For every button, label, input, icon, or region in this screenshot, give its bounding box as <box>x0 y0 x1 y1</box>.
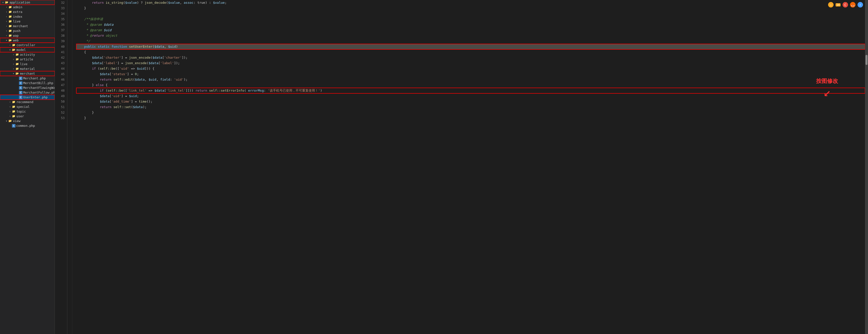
code-line-32: return is_string($value) ? json_decode($… <box>76 0 865 5</box>
arrow-user <box>8 115 12 117</box>
arrow-material <box>11 67 16 70</box>
sidebar-item-live[interactable]: 📁live <box>0 19 55 24</box>
arrow-model <box>8 49 12 51</box>
folder-icon-index: 📁 <box>8 15 12 18</box>
code-line-51: return self::set($data); <box>76 104 865 110</box>
code-line-36: * @param $data <box>76 22 865 27</box>
line-num-52: 52 <box>55 110 65 115</box>
sidebar-item-admin[interactable]: 📁admin <box>0 5 55 9</box>
warning-count: 14 <box>836 3 841 6</box>
sidebar-item-model[interactable]: 📂model <box>0 48 55 52</box>
label-common-php: common.php <box>16 124 35 128</box>
sidebar-item-push[interactable]: 📁push <box>0 28 55 33</box>
sidebar-item-controller[interactable]: 📁controller <box>0 43 55 48</box>
label-special: special <box>17 105 30 109</box>
sidebar-item-merchantfollow-php[interactable]: CMerchantFollow.php <box>0 90 55 95</box>
code-lines: return is_string($value) ? json_decode($… <box>72 0 865 334</box>
sidebar-item-activity[interactable]: 📁activity <box>0 52 55 57</box>
sidebar-item-application[interactable]: 📂application <box>0 0 55 5</box>
arrow-admin <box>4 6 8 8</box>
label-merchantflowing-php: MerchantFlowingWate <box>23 86 55 90</box>
sidebar-item-merchantbill-php[interactable]: CMerchantBill.php <box>0 81 55 85</box>
line-num-45: 45 <box>55 72 65 77</box>
line-num-49: 49 <box>55 93 65 99</box>
label-wap: wap <box>13 34 19 37</box>
arrow-application <box>1 1 5 4</box>
code-line-33: } <box>76 5 865 11</box>
sidebar-item-wap[interactable]: 📁wap <box>0 33 55 38</box>
sidebar-item-recommend[interactable]: 📁recommend <box>0 100 55 104</box>
code-line-47: } else { <box>76 82 865 88</box>
arrow-activity <box>11 53 16 56</box>
line-numbers: 3233343536373839404142434445464748495051… <box>55 0 67 334</box>
folder-icon-user: 📁 <box>12 115 16 118</box>
sidebar-item-index[interactable]: 📁index <box>0 14 55 19</box>
folder-icon-merchant-folder: 📂 <box>16 72 19 75</box>
folder-icon-push: 📁 <box>8 29 12 32</box>
label-recommend: recommend <box>17 100 33 104</box>
label-view: view <box>13 119 21 123</box>
line-num-51: 51 <box>55 104 65 110</box>
file-c-icon-merchantfollow-php: C <box>19 91 23 94</box>
code-line-46: return self::edit($data, $uid, field: 'u… <box>76 77 865 82</box>
arrow-merchant-folder <box>11 72 16 75</box>
code-line-41: { <box>76 50 865 55</box>
sidebar-item-common-php[interactable]: Ccommon.php <box>0 123 55 128</box>
sidebar-item-userenter-php[interactable]: CUserEnter.php <box>0 95 55 100</box>
line-num-43: 43 <box>55 60 65 66</box>
arrow-topic <box>8 110 12 113</box>
firefox-icon: 🦊 <box>850 2 856 7</box>
code-line-37: * @param $uid <box>76 27 865 33</box>
folder-icon-activity: 📁 <box>16 53 19 56</box>
gutter <box>67 0 72 334</box>
line-num-50: 50 <box>55 99 65 104</box>
folder-icon-live2: 📁 <box>16 62 19 66</box>
sidebar-item-view[interactable]: 📂view <box>0 118 55 123</box>
label-admin: admin <box>13 5 23 9</box>
sidebar-item-user[interactable]: 📁user <box>0 114 55 118</box>
line-num-48: 48 <box>55 88 65 93</box>
folder-icon-special: 📁 <box>12 105 16 108</box>
file-c-icon-userenter-php: C <box>19 95 23 99</box>
sidebar-item-extra[interactable]: 📁extra <box>0 9 55 14</box>
line-num-53: 53 <box>55 115 65 121</box>
label-activity: activity <box>20 53 35 56</box>
file-tree[interactable]: 📂application📁admin📁extra📁index📁live📁merc… <box>0 0 55 334</box>
sidebar-item-material[interactable]: 📁material <box>0 66 55 71</box>
line-num-35: 35 <box>55 17 65 22</box>
arrow-merchant-top <box>4 25 8 27</box>
code-line-44: if (self::be(['uid' => $uid])) { <box>76 66 865 72</box>
arrow-extra <box>4 10 8 13</box>
line-num-39: 39 <box>55 38 65 44</box>
line-num-40: 40 <box>55 44 65 50</box>
label-merchant-php: Merchant.php <box>23 76 45 80</box>
folder-icon-wap: 📁 <box>8 34 12 37</box>
warning-icon: ⚠ <box>828 2 834 7</box>
label-userenter-php: UserEnter.php <box>23 95 48 99</box>
sidebar-item-article[interactable]: 📁article <box>0 57 55 62</box>
scrollbar-right[interactable] <box>865 0 868 334</box>
file-c-icon-merchantbill-php: C <box>19 81 23 85</box>
folder-icon-web: 📂 <box>8 39 12 42</box>
folder-icon-merchant-top: 📁 <box>8 25 12 28</box>
sidebar-item-merchant-top[interactable]: 📁merchant <box>0 24 55 28</box>
code-line-34 <box>76 11 865 17</box>
arrow-live2 <box>11 63 16 65</box>
sidebar-item-merchant-php[interactable]: CMerchant.php <box>0 76 55 81</box>
code-line-40: public static function setUserEnter($dat… <box>76 44 865 50</box>
folder-icon-live: 📁 <box>8 20 12 23</box>
label-application: application <box>9 0 30 4</box>
scrollbar-thumb[interactable] <box>866 55 868 65</box>
sidebar-item-live2[interactable]: 📁live <box>0 62 55 66</box>
sidebar-item-web[interactable]: 📂web <box>0 38 55 43</box>
folder-icon-application: 📂 <box>5 1 8 4</box>
arrow-push <box>4 29 8 32</box>
sidebar-item-merchant-folder[interactable]: 📂merchant <box>0 71 55 76</box>
sidebar-item-topic[interactable]: 📁topic <box>0 109 55 114</box>
sidebar-item-special[interactable]: 📁special <box>0 104 55 109</box>
label-merchant-folder: merchant <box>20 72 35 75</box>
code-editor[interactable]: 3233343536373839404142434445464748495051… <box>55 0 868 334</box>
label-index: index <box>13 15 23 19</box>
label-controller: controller <box>17 43 35 47</box>
sidebar-item-merchantflowing-php[interactable]: CMerchantFlowingWate <box>0 85 55 90</box>
